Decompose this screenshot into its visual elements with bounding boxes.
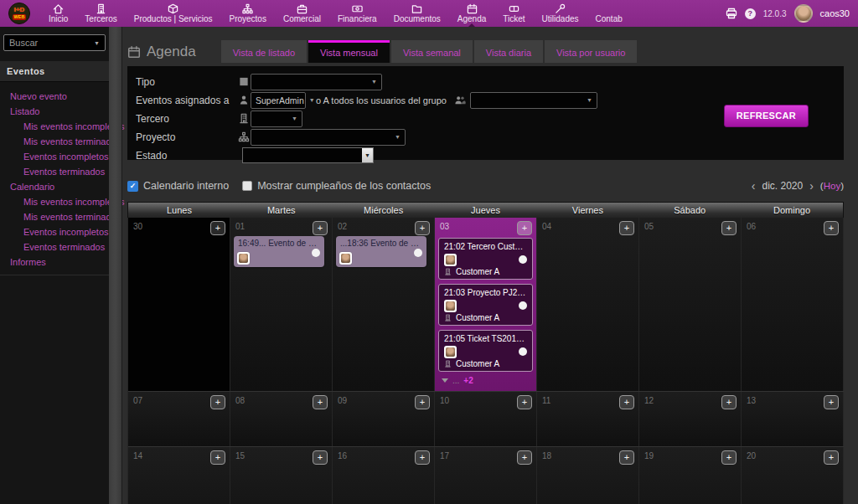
- add-event-button[interactable]: +: [619, 395, 634, 409]
- calendar-day-cell[interactable]: 18+: [537, 447, 639, 504]
- calendar-day-cell[interactable]: 08+: [230, 392, 333, 446]
- add-event-button[interactable]: +: [210, 395, 225, 409]
- add-event-button[interactable]: +: [415, 221, 430, 235]
- thirdparty-select[interactable]: ▼: [251, 111, 302, 127]
- sidebar-item-listado[interactable]: Listado: [0, 104, 109, 119]
- refresh-button[interactable]: REFRESCAR: [724, 105, 809, 127]
- calendar-day-cell[interactable]: 12+: [639, 392, 742, 446]
- add-event-button[interactable]: +: [517, 221, 532, 235]
- calendar-day-cell[interactable]: 15+: [230, 447, 333, 504]
- sidebar-item-mis-eventos-terminados[interactable]: Mis eventos terminados: [0, 209, 109, 224]
- sidebar-item-eventos-incompletos[interactable]: Eventos incompletos: [0, 224, 109, 239]
- add-event-button[interactable]: +: [721, 450, 737, 465]
- add-event-button[interactable]: +: [619, 450, 634, 465]
- status-select[interactable]: ▼: [242, 147, 374, 163]
- show-more-link[interactable]: ...+2: [438, 376, 533, 385]
- calendar-day-cell[interactable]: 11+: [537, 392, 639, 446]
- menu-item-agenda[interactable]: Agenda: [449, 0, 494, 27]
- username-label[interactable]: caos30: [820, 8, 850, 18]
- today-link[interactable]: Hoy: [824, 181, 840, 191]
- menu-item-comercial[interactable]: Comercial: [275, 0, 329, 27]
- app-logo[interactable]: I+D WEB: [8, 3, 30, 24]
- calendar-day-cell[interactable]: 17+: [435, 447, 537, 504]
- calendar-day-cell[interactable]: 01+16:49... Evento de pr…: [230, 218, 333, 391]
- menu-item-financiera[interactable]: Financiera: [329, 0, 385, 27]
- add-event-button[interactable]: +: [721, 395, 737, 409]
- calendar-day-cell[interactable]: 16+: [333, 447, 435, 504]
- add-event-button[interactable]: +: [619, 221, 634, 235]
- calendar-day-cell[interactable]: 13+: [742, 392, 844, 446]
- calendar-day-cell[interactable]: 20+: [742, 447, 844, 504]
- add-event-button[interactable]: +: [313, 395, 328, 409]
- sitemap-icon: [242, 3, 253, 13]
- tab-vista-por-usuario[interactable]: Vista por usuario: [545, 40, 637, 63]
- add-event-button[interactable]: +: [210, 450, 225, 465]
- add-event-button[interactable]: +: [721, 221, 737, 235]
- tab-vista-mensual[interactable]: Vista mensual: [308, 40, 390, 63]
- assigned-user-select[interactable]: SuperAdmin ▼: [251, 92, 306, 109]
- sidebar-item-eventos-incompletos[interactable]: Eventos incompletos: [0, 149, 109, 164]
- event-title: 16:49... Evento de pr…: [234, 236, 324, 248]
- sidebar-item-mis-eventos-incompletos[interactable]: Mis eventos incompletos: [0, 119, 109, 134]
- add-event-button[interactable]: +: [824, 450, 839, 465]
- sidebar-item-informes[interactable]: Informes: [0, 255, 109, 270]
- calendar-day-cell[interactable]: 30+: [128, 218, 230, 391]
- calendar-day-cell[interactable]: 19+: [639, 447, 742, 504]
- calendar-day-cell[interactable]: 03+21:02 Tercero Custo…Customer A21:03 P…: [435, 218, 537, 391]
- sidebar-item-calendario[interactable]: Calendario: [0, 179, 109, 194]
- add-event-button[interactable]: +: [517, 450, 532, 465]
- calendar-day-cell[interactable]: 02+...18:36 Evento de pr…: [333, 218, 435, 391]
- tab-vista-semanal[interactable]: Vista semanal: [391, 40, 473, 63]
- calendar-day-cell[interactable]: 07+: [128, 392, 230, 446]
- add-event-button[interactable]: +: [210, 221, 225, 235]
- print-icon[interactable]: [726, 8, 737, 19]
- tab-vista-diaria[interactable]: Vista diaria: [474, 40, 543, 63]
- internal-calendar-checkbox[interactable]: ✓: [127, 181, 138, 192]
- event-card[interactable]: 21:03 Proyecto PJ20…Customer A: [438, 284, 533, 326]
- menu-item-ticket[interactable]: Ticket: [494, 0, 533, 27]
- calendar-day-cell[interactable]: 06+: [742, 218, 844, 391]
- left-sidebar: Buscar ▼ Eventos Nuevo eventoListadoMis …: [0, 27, 109, 504]
- event-card[interactable]: 16:49... Evento de pr…: [234, 236, 324, 267]
- menu-item-inicio[interactable]: Inicio: [40, 0, 76, 27]
- add-event-button[interactable]: +: [517, 395, 532, 409]
- add-event-button[interactable]: +: [415, 395, 430, 409]
- add-event-button[interactable]: +: [313, 450, 328, 465]
- menu-item-terceros[interactable]: Terceros: [76, 0, 125, 27]
- sidebar-item-eventos-terminados[interactable]: Eventos terminados: [0, 239, 109, 255]
- help-icon[interactable]: ?: [745, 8, 756, 19]
- calendar-day-cell[interactable]: 04+: [537, 218, 639, 391]
- user-avatar[interactable]: [794, 4, 813, 23]
- event-card[interactable]: 21:05 Ticket TS2012…Customer A: [438, 330, 533, 372]
- sidebar-item-mis-eventos-terminados[interactable]: Mis eventos terminados: [0, 134, 109, 149]
- sidebar-item-mis-eventos-incompletos[interactable]: Mis eventos incompletos: [0, 194, 109, 209]
- menu-item-productos-servicios[interactable]: Productos | Servicios: [126, 0, 221, 27]
- project-select[interactable]: ▼: [251, 129, 406, 146]
- sidebar-item-eventos-terminados[interactable]: Eventos terminados: [0, 164, 109, 179]
- sidebar-resize-handle[interactable]: [109, 27, 122, 504]
- calendar-day-cell[interactable]: 14+: [128, 447, 230, 504]
- sidebar-search-select[interactable]: Buscar ▼: [3, 34, 106, 51]
- type-select[interactable]: ▼: [251, 74, 382, 90]
- add-event-button[interactable]: +: [824, 395, 839, 409]
- menu-item-documentos[interactable]: Documentos: [385, 0, 449, 27]
- add-event-button[interactable]: +: [415, 450, 430, 465]
- calendar-day-cell[interactable]: 09+: [333, 392, 435, 446]
- next-month-button[interactable]: ›: [809, 180, 814, 192]
- add-event-button[interactable]: +: [313, 221, 328, 235]
- event-card[interactable]: ...18:36 Evento de pr…: [336, 236, 426, 267]
- prev-month-button[interactable]: ‹: [752, 180, 756, 192]
- event-card[interactable]: 21:02 Tercero Custo…Customer A: [438, 238, 533, 280]
- user-group-select[interactable]: ▼: [470, 92, 597, 109]
- menu-item-contab[interactable]: Contab: [587, 0, 631, 27]
- calendar-day-cell[interactable]: 05+: [639, 218, 742, 391]
- menu-item-utilidades[interactable]: Utilidades: [534, 0, 587, 27]
- birthdays-checkbox[interactable]: [242, 181, 252, 191]
- calendar-week-row: 30+01+16:49... Evento de pr…02+...18:36 …: [128, 218, 844, 392]
- day-number: 09: [338, 396, 347, 405]
- menu-item-proyectos[interactable]: Proyectos: [220, 0, 274, 27]
- tab-vista-de-listado[interactable]: Vista de listado: [221, 40, 307, 63]
- add-event-button[interactable]: +: [824, 221, 839, 235]
- sidebar-item-nuevo-evento[interactable]: Nuevo evento: [0, 89, 109, 104]
- calendar-day-cell[interactable]: 10+: [435, 392, 537, 446]
